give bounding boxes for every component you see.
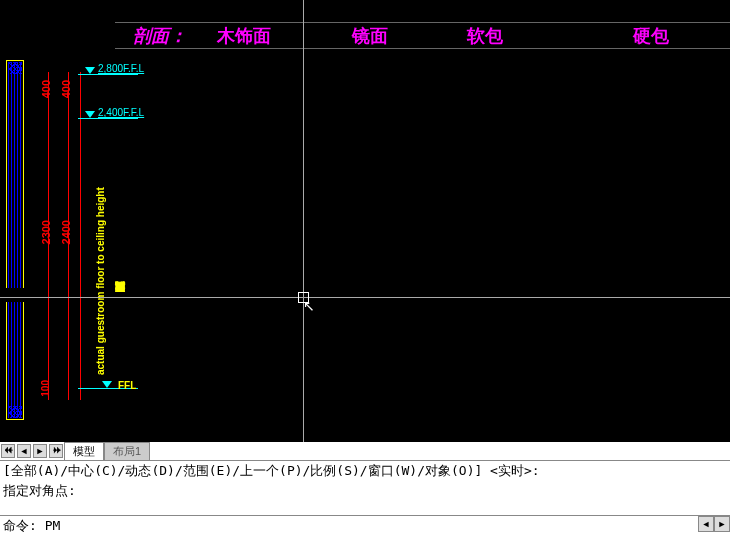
tab-last-button[interactable]: ⯮ — [49, 444, 63, 458]
header-item-2: 镜面 — [352, 24, 388, 48]
drawing-canvas[interactable]: 剖面： 木饰面 镜面 软包 硬包 400 400 2300 2400 100 a… — [0, 0, 730, 442]
note-en: actual guestroom floor to ceiling height — [95, 155, 106, 375]
tab-prev-button[interactable]: ◄ — [17, 444, 31, 458]
level-top: 2,800F.F.L — [98, 63, 144, 74]
command-history-2: 指定对角点: — [0, 481, 730, 501]
dim-400b: 400 — [60, 80, 72, 98]
dim-2400: 2400 — [60, 220, 72, 244]
level-marker-mid — [85, 111, 95, 118]
dim-2300: 2300 — [40, 220, 52, 244]
tab-first-button[interactable]: ⯬ — [1, 444, 15, 458]
level-ffl: FFL — [118, 380, 136, 391]
dim-100: 100 — [40, 380, 51, 397]
level-line-top — [78, 74, 138, 75]
level-marker-ffl — [102, 381, 112, 388]
layout-tabs: ⯬ ◄ ► ⯮ 模型 布局1 — [0, 442, 730, 460]
header-item-3: 软包 — [467, 24, 503, 48]
tab-next-button[interactable]: ► — [33, 444, 47, 458]
tab-layout1[interactable]: 布局1 — [104, 442, 150, 461]
dim-400a: 400 — [40, 80, 52, 98]
scroll-right-button[interactable]: ► — [714, 516, 730, 532]
crosshair-vertical — [303, 0, 304, 442]
dim-line-inner2 — [80, 72, 81, 400]
command-input[interactable] — [0, 516, 698, 535]
header-row: 剖面： 木饰面 镜面 软包 硬包 — [0, 22, 730, 50]
header-item-1: 木饰面 — [217, 24, 271, 48]
tab-model[interactable]: 模型 — [64, 442, 104, 461]
wall-section — [6, 60, 24, 420]
command-window: [全部(A)/中心(C)/动态(D)/范围(E)/上一个(P)/比例(S)/窗口… — [0, 460, 730, 535]
header-item-4: 硬包 — [633, 24, 669, 48]
section-label: 剖面： — [133, 24, 187, 48]
command-history-1: [全部(A)/中心(C)/动态(D)/范围(E)/上一个(P)/比例(S)/窗口… — [0, 461, 730, 481]
cursor-arrow-icon: ↖ — [303, 298, 315, 314]
level-marker-top — [85, 67, 95, 74]
note-zh: 实际地面至天花的高度 — [113, 180, 127, 300]
crosshair-horizontal — [0, 297, 730, 298]
level-line-mid — [78, 118, 138, 119]
level-mid: 2,400F.F.L — [98, 107, 144, 118]
scroll-left-button[interactable]: ◄ — [698, 516, 714, 532]
